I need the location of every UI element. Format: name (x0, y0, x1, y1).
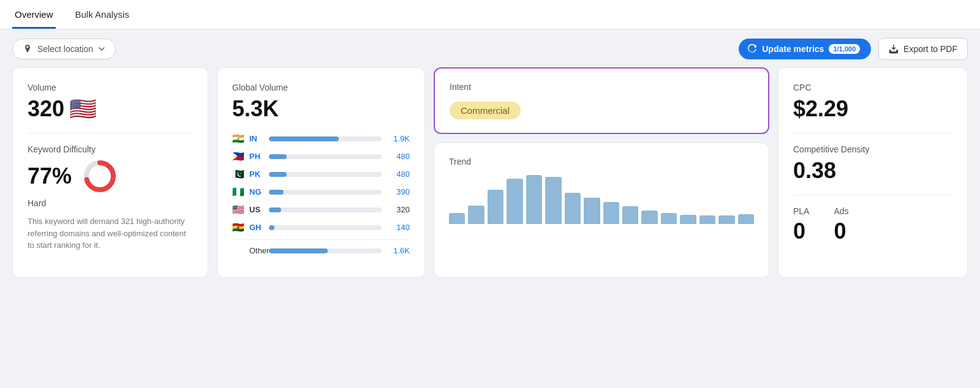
bar-track-pk (269, 172, 382, 177)
global-volume-value: 5.3K (232, 96, 410, 122)
us-flag: 🇺🇸 (69, 96, 97, 122)
trend-bar (488, 190, 503, 224)
global-volume-card: Global Volume 5.3K 🇮🇳 IN 1.9K 🇵🇭 PH 480 … (217, 67, 425, 278)
flag-in: 🇮🇳 (232, 133, 244, 144)
bar-fill-us (269, 207, 281, 212)
intent-label: Intent (450, 82, 753, 92)
refresh-icon (747, 44, 757, 54)
trend-bar (526, 175, 542, 224)
country-list: 🇮🇳 IN 1.9K 🇵🇭 PH 480 🇵🇰 PK 480 (232, 133, 410, 256)
bar-track-ng (269, 190, 382, 195)
intent-trend-column: Intent Commercial Trend (434, 67, 769, 278)
bar-fill-ph (269, 154, 287, 159)
main-content: Volume 320 🇺🇸 Keyword Difficulty 77% (0, 67, 980, 290)
country-row: 🇬🇭 GH 140 (232, 222, 410, 233)
trend-bar (622, 206, 638, 224)
bar-track-ph (269, 154, 382, 159)
country-row: 🇳🇬 NG 390 (232, 186, 410, 198)
country-code-ng: NG (249, 187, 264, 196)
country-code-pk: PK (249, 170, 264, 179)
update-metrics-button[interactable]: Update metrics 1/1,000 (739, 39, 871, 59)
location-placeholder: Select location (37, 44, 93, 54)
kd-row: 77% (28, 158, 193, 195)
country-code-us: US (249, 205, 264, 214)
country-other-label: Other (249, 246, 264, 255)
export-pdf-button[interactable]: Export to PDF (878, 38, 968, 60)
trend-bar (468, 206, 484, 224)
trend-card: Trend (434, 143, 769, 278)
trend-bar (738, 214, 754, 224)
kd-value: 77% (28, 163, 72, 189)
country-value-gh: 140 (386, 223, 410, 232)
location-pin-icon (23, 44, 32, 54)
kd-sublabel: Hard (28, 198, 193, 208)
kd-donut-chart (81, 158, 118, 195)
location-button[interactable]: Select location (12, 39, 116, 59)
bar-fill-gh (269, 225, 274, 230)
toolbar-right: Update metrics 1/1,000 Export to PDF (739, 38, 968, 60)
trend-bar (680, 215, 696, 224)
tab-bulk-analysis[interactable]: Bulk Analysis (73, 9, 132, 29)
comp-density-label: Competitive Density (793, 144, 952, 154)
kd-section: Keyword Difficulty 77% Hard This keyword… (28, 144, 193, 252)
kd-description: This keyword will demand 321 high-author… (28, 215, 193, 252)
country-value-us: 320 (386, 205, 410, 214)
metrics-card: CPC $2.29 Competitive Density 0.38 PLA 0… (778, 67, 968, 278)
tab-overview[interactable]: Overview (12, 9, 56, 29)
cpc-value: $2.29 (793, 96, 952, 122)
bar-fill-ng (269, 190, 284, 195)
metrics-divider-2 (793, 195, 952, 195)
bar-fill-in (269, 136, 339, 141)
flag-ph: 🇵🇭 (232, 151, 244, 162)
bar-track-gh (269, 225, 382, 230)
trend-bar (507, 179, 522, 224)
toolbar: Select location Update metrics 1/1,000 E… (0, 29, 980, 67)
volume-card: Volume 320 🇺🇸 Keyword Difficulty 77% (12, 67, 208, 278)
volume-value: 320 🇺🇸 (28, 96, 193, 122)
ads-value: 0 (834, 218, 848, 244)
trend-bar (584, 198, 600, 224)
country-value-ph: 480 (386, 152, 410, 161)
bar-track-us (269, 207, 382, 212)
flag-ng: 🇳🇬 (232, 186, 244, 198)
country-code-in: IN (249, 134, 264, 143)
trend-chart (449, 175, 754, 224)
bar-fill-pk (269, 172, 287, 177)
bar-track-other (269, 248, 382, 253)
country-row: 🇺🇸 US 320 (232, 204, 410, 215)
country-value-in: 1.9K (386, 134, 410, 143)
country-divider (232, 239, 410, 240)
update-metrics-label: Update metrics (762, 44, 824, 54)
intent-badge: Commercial (450, 102, 521, 119)
chevron-down-icon (98, 45, 105, 53)
trend-bar (565, 193, 581, 224)
trend-bar (449, 213, 465, 224)
tabs-bar: Overview Bulk Analysis (0, 0, 980, 29)
flag-pk: 🇵🇰 (232, 168, 244, 180)
pla-label: PLA (793, 206, 809, 216)
cpc-label: CPC (793, 83, 952, 92)
global-volume-label: Global Volume (232, 83, 410, 92)
country-row-other: 🌐 Other 1.6K (232, 245, 410, 256)
trend-bar (545, 177, 561, 224)
kd-label: Keyword Difficulty (28, 144, 193, 154)
trend-label: Trend (449, 157, 754, 166)
trend-bar (603, 202, 619, 224)
country-value-other: 1.6K (386, 246, 410, 255)
ads-section: Ads 0 (834, 206, 848, 244)
country-row: 🇵🇰 PK 480 (232, 168, 410, 180)
country-row: 🇮🇳 IN 1.9K (232, 133, 410, 144)
update-badge: 1/1,000 (829, 44, 860, 54)
intent-card: Intent Commercial (434, 67, 769, 134)
metrics-divider-1 (793, 133, 952, 133)
bar-track-in (269, 136, 382, 141)
trend-bar (661, 213, 677, 224)
bar-fill-other (269, 248, 328, 253)
pla-value: 0 (793, 218, 809, 244)
comp-density-value: 0.38 (793, 158, 952, 184)
pla-ads-row: PLA 0 Ads 0 (793, 206, 952, 244)
country-value-ng: 390 (386, 187, 410, 196)
volume-label: Volume (28, 83, 193, 92)
pla-section: PLA 0 (793, 206, 809, 244)
trend-bar (699, 215, 715, 224)
